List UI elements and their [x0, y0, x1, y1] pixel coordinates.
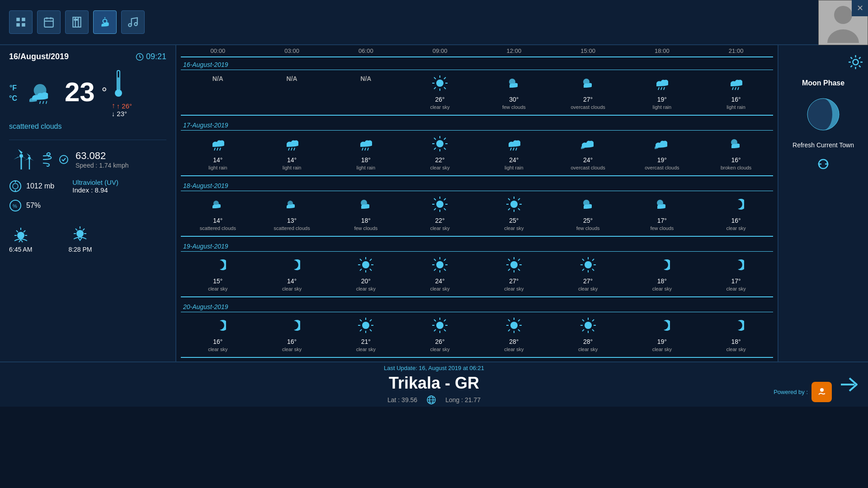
svg-line-22 — [43, 101, 44, 103]
main-content: 16/August/2019 09:21 °F °C — [0, 45, 868, 361]
nav-weather-button[interactable] — [93, 10, 117, 34]
svg-point-175 — [585, 322, 592, 329]
forecast-col: 21°clear sky — [329, 314, 403, 356]
celsius-button[interactable]: °C — [9, 94, 17, 103]
forecast-desc: clear sky — [208, 347, 227, 352]
forecast-weather-icon — [358, 257, 374, 276]
time-header-row: 00:0003:0006:0009:0012:0015:0018:0021:00 — [181, 45, 773, 57]
svg-point-33 — [13, 183, 18, 189]
forecast-desc: overcast clouds — [571, 165, 605, 170]
forecast-weather-icon — [432, 196, 448, 216]
time-header-col: 09:00 — [403, 45, 477, 56]
forecast-col: 24°clear sky — [403, 253, 477, 295]
forecast-weather-icon — [358, 196, 374, 216]
forecast-col: 16°broken clouds — [699, 132, 773, 174]
forecast-row: 15°clear sky14°clear sky20°clear sky24°c… — [181, 253, 773, 295]
time-display: 09:21 — [136, 52, 166, 61]
svg-rect-1 — [22, 18, 25, 21]
forecast-date: 19-August-2019 — [181, 239, 773, 252]
svg-point-193 — [853, 60, 859, 65]
globe-icon — [426, 395, 436, 405]
svg-point-121 — [436, 261, 443, 268]
forecast-col: 22°clear sky — [403, 132, 477, 174]
svg-line-120 — [360, 269, 362, 271]
forecast-weather-icon — [728, 75, 744, 94]
forecast-desc: light rain — [357, 165, 376, 170]
svg-line-82 — [444, 148, 446, 150]
nav-building-button[interactable] — [65, 10, 89, 34]
forecast-temp: 26° — [435, 96, 445, 103]
forecast-desc: clear sky — [726, 286, 745, 291]
forecast-row: 14°light rain14°light rain18°light rain2… — [181, 132, 773, 174]
pressure-row: 1012 mb Ultraviolet (UV) Index : 8.94 — [9, 178, 166, 194]
svg-line-56 — [444, 87, 446, 89]
svg-line-69 — [220, 148, 221, 150]
svg-line-81 — [434, 138, 436, 140]
refresh-label: Refresh Current Town — [793, 141, 854, 149]
forecast-col: N/A — [181, 71, 255, 86]
svg-line-64 — [732, 87, 733, 90]
svg-rect-0 — [16, 18, 20, 21]
forecast-desc: scattered clouds — [200, 225, 236, 231]
svg-line-119 — [370, 259, 372, 261]
svg-line-155 — [370, 319, 372, 321]
next-button[interactable] — [839, 375, 859, 398]
forecast-temp: 27° — [509, 277, 519, 285]
svg-line-70 — [288, 148, 289, 150]
svg-line-162 — [434, 319, 436, 321]
forecast-date: 20-August-2019 — [181, 300, 773, 312]
forecast-col: 20°clear sky — [329, 253, 403, 295]
time-header-col: 18:00 — [625, 45, 699, 56]
svg-line-135 — [508, 259, 510, 261]
svg-line-55 — [434, 77, 436, 79]
svg-point-101 — [510, 201, 518, 208]
wind-section: 63.082 Speed : 1.74 kmph — [9, 147, 166, 172]
forecast-col: N/A — [329, 71, 403, 86]
forecast-col: 16°clear sky — [255, 314, 329, 356]
forecast-desc: light rain — [726, 104, 745, 110]
forecast-desc: clear sky — [652, 286, 672, 291]
forecast-temp: 18° — [361, 156, 371, 164]
wind-speed-value: 63.082 — [75, 150, 129, 162]
forecast-weather-icon — [654, 257, 670, 276]
svg-line-67 — [214, 148, 215, 150]
nav-calendar-button[interactable] — [37, 10, 61, 34]
sun-row: 6:45 AM 8:28 PM — [9, 225, 166, 253]
forecast-temp: 13° — [287, 217, 297, 224]
forecast-row: N/AN/AN/A26°clear sky30°few clouds27°ove… — [181, 71, 773, 113]
svg-rect-4 — [44, 18, 53, 27]
svg-line-200 — [859, 57, 861, 59]
forecast-desc: clear sky — [726, 225, 745, 231]
unit-toggle: °F °C — [9, 84, 17, 103]
forecast-temp: 17° — [731, 277, 741, 285]
wind-check-icon — [59, 155, 69, 164]
forecast-col: 14°light rain — [255, 132, 329, 174]
forecast-day-section: 16-August-2019N/AN/AN/A26°clear sky30°fe… — [181, 57, 773, 116]
settings-icon[interactable] — [848, 54, 863, 70]
pressure-value: 1012 mb — [26, 182, 54, 190]
humidity-value: 57% — [26, 202, 41, 210]
fahrenheit-button[interactable]: °F — [9, 84, 17, 92]
svg-line-201 — [851, 66, 853, 67]
forecast-temp: 16° — [213, 338, 222, 345]
refresh-icon[interactable] — [817, 158, 830, 170]
forecast-desc: overcast clouds — [571, 104, 605, 110]
owm-logo — [811, 382, 832, 402]
forecast-temp: 25° — [583, 217, 593, 224]
forecast-col: 16°clear sky — [181, 314, 255, 356]
date-time-row: 16/August/2019 09:21 — [9, 52, 166, 61]
forecast-temp: 16° — [731, 156, 741, 164]
nav-music-button[interactable] — [121, 10, 145, 34]
svg-line-127 — [444, 269, 446, 271]
forecast-col: 19°light rain — [625, 71, 699, 113]
svg-line-108 — [518, 198, 520, 200]
close-button[interactable]: ✕ — [852, 0, 868, 16]
topbar: ✕ — [0, 0, 868, 45]
svg-point-130 — [510, 261, 518, 268]
svg-text:%: % — [13, 203, 17, 209]
forecast-temp: 14° — [213, 156, 222, 164]
condition-text: scattered clouds — [9, 122, 166, 131]
current-weather-icon — [26, 79, 58, 106]
nav-home-button[interactable] — [9, 10, 33, 34]
pressure-icon — [9, 180, 22, 192]
